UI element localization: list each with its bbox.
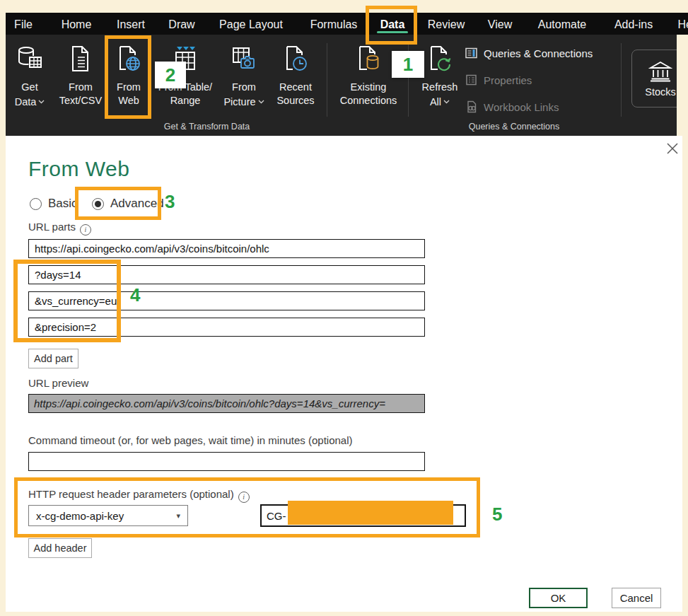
tab-home[interactable]: Home: [57, 13, 96, 35]
existing-connections-icon: [354, 44, 383, 74]
header-name-dropdown[interactable]: x-cg-demo-api-key ▾: [28, 505, 188, 526]
from-web-icon: [114, 44, 144, 74]
tab-automate[interactable]: Automate: [534, 13, 590, 35]
from-table-range-label: From Table/Range: [158, 81, 212, 107]
tab-review[interactable]: Review: [424, 13, 469, 35]
add-part-button[interactable]: Add part: [28, 349, 78, 368]
data-ribbon: GetData FromText/CSV FromWeb: [6, 35, 677, 136]
ribbon-divider: [408, 43, 409, 117]
active-tab-underline: [377, 31, 408, 33]
queries-connections-item[interactable]: Queries & Connections: [465, 46, 593, 60]
queries-connections-label: Queries & Connections: [484, 47, 593, 59]
info-icon[interactable]: i: [80, 224, 91, 236]
from-table-range-icon: [170, 44, 200, 74]
radio-basic-label: Basic: [48, 197, 78, 211]
tab-page-layout[interactable]: Page Layout: [215, 13, 287, 35]
dropdown-arrow-icon: ▾: [176, 511, 180, 521]
url-preview-label: URL preview: [28, 377, 88, 389]
ribbon-tab-bar: File Home Insert Draw Page Layout Formul…: [6, 13, 688, 35]
command-timeout-input[interactable]: [28, 452, 425, 471]
http-header-params-label: HTTP request header parameters (optional…: [28, 488, 250, 503]
tab-insert[interactable]: Insert: [112, 13, 149, 35]
workbook-links-icon: [465, 100, 478, 113]
radio-advanced-label: Advanced: [110, 197, 164, 211]
ribbon-divider: [621, 43, 622, 117]
get-data-label: GetData: [15, 81, 45, 109]
url-parts-label: URL partsi: [28, 221, 91, 236]
get-transform-group-label: Get & Transform Data: [106, 122, 308, 132]
recent-sources-label: RecentSources: [276, 81, 314, 107]
recent-sources-button[interactable]: RecentSources: [263, 44, 328, 107]
workbook-links-item: Workbook Links: [465, 100, 559, 114]
chevron-down-icon: [443, 94, 450, 107]
existing-connections-button[interactable]: ExistingConnections: [336, 44, 401, 107]
radio-basic[interactable]: Basic: [30, 197, 78, 211]
tab-draw[interactable]: Draw: [164, 13, 199, 35]
url-part-input-1[interactable]: [28, 239, 425, 258]
url-part-input-2[interactable]: [28, 265, 425, 284]
tab-file[interactable]: File: [10, 13, 37, 35]
existing-connections-label: ExistingConnections: [340, 81, 397, 107]
radio-advanced[interactable]: Advanced: [92, 197, 164, 211]
tab-add-ins[interactable]: Add-ins: [610, 13, 657, 35]
radio-basic-circle: [30, 198, 42, 210]
refresh-all-label: RefreshAll: [422, 81, 458, 109]
refresh-all-icon: [425, 44, 455, 74]
stocks-icon: [648, 60, 672, 83]
queries-group-label: Queries & Connections: [443, 122, 585, 132]
properties-icon: [465, 74, 478, 86]
get-data-icon: [15, 44, 45, 74]
dialog-title: From Web: [28, 157, 129, 181]
radio-advanced-circle: [92, 198, 104, 210]
from-table-range-button[interactable]: From Table/Range: [153, 44, 218, 107]
from-picture-label: FromPicture: [223, 81, 264, 109]
refresh-all-button[interactable]: RefreshAll: [407, 44, 472, 109]
recent-sources-icon: [281, 44, 310, 74]
url-part-input-4[interactable]: [28, 318, 425, 337]
api-key-redaction-block: [288, 501, 453, 525]
workbook-links-label: Workbook Links: [484, 101, 559, 113]
ribbon-divider: [327, 43, 327, 117]
tab-view[interactable]: View: [484, 13, 516, 35]
from-web-dialog: From Web Basic Advanced URL partsi Add p…: [6, 136, 682, 612]
info-icon[interactable]: i: [238, 492, 250, 503]
add-header-button[interactable]: Add header: [28, 538, 92, 558]
tab-help[interactable]: Help: [674, 13, 688, 35]
from-text-csv-icon: [66, 44, 95, 74]
cancel-button[interactable]: Cancel: [612, 588, 661, 608]
command-timeout-label: Command timeout (or, for web pages, wait…: [28, 434, 353, 446]
url-part-input-3[interactable]: [28, 291, 425, 310]
properties-item: Properties: [465, 73, 532, 87]
from-web-button[interactable]: FromWeb: [96, 44, 161, 107]
from-web-label: FromWeb: [117, 81, 141, 107]
chevron-down-icon: [38, 94, 45, 107]
tab-formulas[interactable]: Formulas: [306, 13, 362, 35]
close-icon[interactable]: [662, 139, 683, 160]
url-preview-field: https://api.coingecko.com/api/v3/coins/b…: [28, 394, 425, 413]
excel-from-web-screen: File Home Insert Draw Page Layout Formul…: [0, 0, 688, 616]
properties-label: Properties: [484, 74, 532, 86]
header-name-value: x-cg-demo-api-key: [36, 510, 124, 522]
stocks-button[interactable]: Stocks: [631, 50, 677, 107]
queries-connections-icon: [465, 47, 478, 59]
stocks-label: Stocks: [645, 86, 676, 98]
from-picture-icon: [229, 44, 259, 74]
ok-button[interactable]: OK: [529, 588, 588, 608]
